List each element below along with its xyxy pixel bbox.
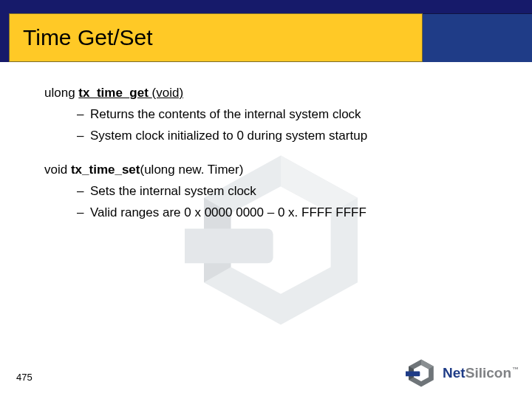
top-navy-bar xyxy=(0,0,532,13)
fn1-name: tx_time_get xyxy=(78,86,151,100)
title-box: Time Get/Set xyxy=(9,13,423,62)
trademark-icon: ™ xyxy=(512,366,519,373)
fn1-args: (void) xyxy=(152,86,184,100)
fn1-bullets: Returns the contents of the internal sys… xyxy=(44,106,488,145)
fn2-bullets: Sets the internal system clock Valid ran… xyxy=(44,183,488,222)
page-number: 475 xyxy=(16,372,33,383)
brand-mark-icon xyxy=(406,358,437,389)
ribbon-blue-strip xyxy=(423,13,532,62)
content-area: ulong tx_time_get (void) Returns the con… xyxy=(44,86,488,239)
fn2-args: (ulong new. Timer) xyxy=(140,163,243,177)
fn2-return: void xyxy=(44,163,71,177)
list-item: Valid ranges are 0 x 0000 0000 – 0 x. FF… xyxy=(77,205,488,222)
slide-title: Time Get/Set xyxy=(23,25,153,50)
title-ribbon: Time Get/Set xyxy=(0,13,532,62)
list-item: System clock initialized to 0 during sys… xyxy=(77,128,488,145)
fn1-return: ulong xyxy=(44,86,78,100)
fn1-signature: ulong tx_time_get (void) xyxy=(44,86,488,100)
list-item: Returns the contents of the internal sys… xyxy=(77,106,488,123)
list-item: Sets the internal system clock xyxy=(77,183,488,200)
brand-text: NetSilicon™ xyxy=(443,365,519,381)
brand-logo: NetSilicon™ xyxy=(406,358,519,389)
brand-silicon: Silicon xyxy=(466,365,511,381)
fn2-signature: void tx_time_set(ulong new. Timer) xyxy=(44,163,488,177)
slide: Time Get/Set ulong tx_time_get (void) Re… xyxy=(0,0,532,399)
svg-rect-1 xyxy=(406,371,420,376)
fn2-name: tx_time_set xyxy=(71,163,140,177)
brand-net: Net xyxy=(443,365,466,381)
